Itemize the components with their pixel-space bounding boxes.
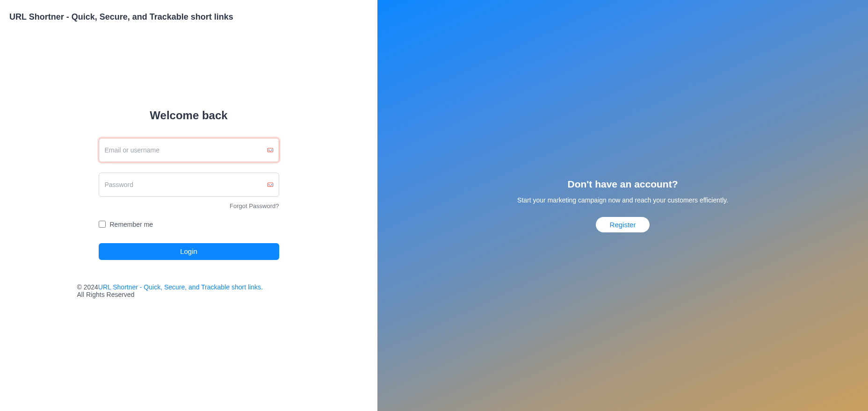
remember-me-label[interactable]: Remember me <box>110 221 153 228</box>
password-input[interactable] <box>99 173 279 197</box>
copyright-prefix: © 2024 <box>77 283 98 291</box>
login-button[interactable]: Login <box>99 243 279 260</box>
login-form: Welcome back <box>99 109 279 298</box>
email-input-group <box>99 138 279 162</box>
register-subtitle: Start your marketing campaign now and re… <box>517 196 728 204</box>
password-input-group <box>99 173 279 197</box>
remember-me-row: Remember me <box>99 221 279 228</box>
credential-icon <box>267 146 274 154</box>
svg-point-2 <box>271 150 272 151</box>
register-panel: Don't have an account? Start your market… <box>377 0 868 411</box>
copyright-suffix: All Rights Reserved <box>77 291 135 298</box>
register-button[interactable]: Register <box>596 217 650 232</box>
svg-point-1 <box>268 150 269 151</box>
register-content: Don't have an account? Start your market… <box>499 179 747 232</box>
remember-me-checkbox[interactable] <box>99 221 106 228</box>
email-input[interactable] <box>99 138 279 162</box>
form-wrapper: Welcome back <box>9 8 368 399</box>
credential-icon <box>267 181 274 188</box>
svg-rect-3 <box>268 183 273 187</box>
svg-point-4 <box>268 184 269 185</box>
footer: © 2024 URL Shortner - Quick, Secure, and… <box>77 283 302 298</box>
svg-point-5 <box>271 184 272 185</box>
footer-link[interactable]: URL Shortner - Quick, Secure, and Tracka… <box>98 283 263 291</box>
welcome-title: Welcome back <box>99 109 279 122</box>
svg-rect-0 <box>268 148 273 152</box>
forgot-password-row: Forgot Password? <box>99 202 279 209</box>
register-title: Don't have an account? <box>517 179 728 190</box>
forgot-password-link[interactable]: Forgot Password? <box>230 202 279 209</box>
login-panel: URL Shortner - Quick, Secure, and Tracka… <box>0 0 377 411</box>
